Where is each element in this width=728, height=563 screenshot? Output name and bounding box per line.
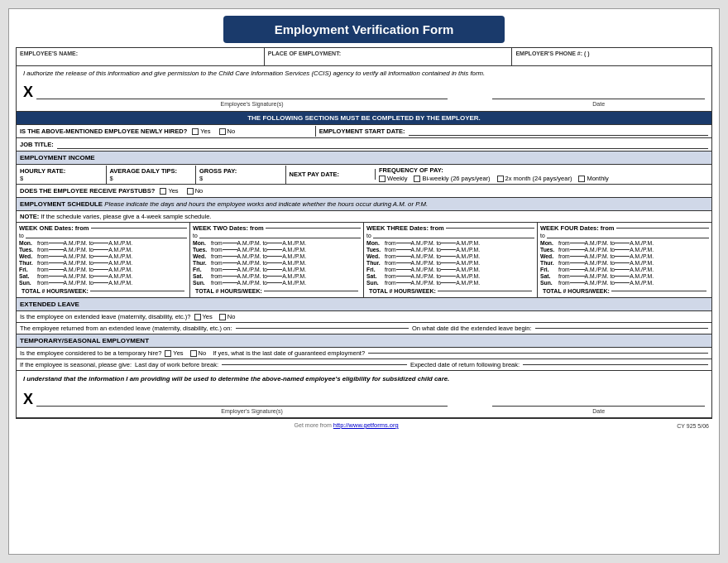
to-label-3: to: [366, 233, 371, 238]
next-pay-label: NEXT PAY DATE:: [290, 171, 372, 178]
total-hours-4: TOTAL # HOURS/WEEK:: [543, 288, 610, 294]
employee-name-label: EMPLOYEE'S NAME:: [20, 51, 78, 56]
total-hours-1: TOTAL # HOURS/WEEK:: [22, 288, 89, 294]
newly-hired-label: IS THE ABOVE-MENTIONED EMPLOYEE NEWLY HI…: [20, 128, 187, 135]
hourly-rate-cell: HOURLY RATE: $: [17, 166, 107, 184]
emp-schedule-subheader: Please indicate the days and hours the e…: [104, 200, 428, 208]
date-label-2: Date: [592, 408, 605, 414]
ext-no-checkbox[interactable]: [219, 314, 226, 320]
employer-sig-x: X: [23, 391, 33, 408]
emp-schedule-header: EMPLOYMENT SCHEDULE Please indicate the …: [17, 198, 711, 211]
employer-phone-label: EMPLOYER'S PHONE #: ( ): [515, 51, 589, 56]
yes-checkbox[interactable]: [192, 128, 199, 135]
paystubs-no-label: No: [195, 187, 204, 195]
extended-leave-header: EXTENDED LEAVE: [17, 297, 711, 311]
paystubs-yes-label: Yes: [168, 187, 178, 195]
place-of-employment-label: PLACE OF EMPLOYMENT:: [268, 51, 341, 56]
paystubs-yes[interactable]: [160, 188, 166, 195]
hourly-rate-label: HOURLY RATE:: [20, 167, 103, 175]
week-three-label: WEEK THREE: [366, 224, 408, 232]
expected-return-label: Expected date of return following break:: [410, 361, 520, 368]
ext-yes-checkbox[interactable]: [194, 314, 201, 320]
last-day-label: Last day of work before break:: [135, 361, 218, 368]
week-one-col: WEEK ONE Dates: from to Mon. from A.M./P…: [17, 223, 190, 297]
newly-hired-cell: IS THE ABOVE-MENTIONED EMPLOYEE NEWLY HI…: [17, 126, 316, 137]
biweekly-checkbox[interactable]: [414, 176, 420, 182]
week-four-col: WEEK FOUR Dates: from to Mon. from A.M./…: [538, 223, 711, 297]
extended-leave-q2-row: The employee returned from an extended l…: [17, 323, 711, 334]
extended-leave-q1-row: Is the employee on extended leave (mater…: [17, 311, 711, 323]
auth-text: I authorize the release of this informat…: [23, 70, 705, 77]
twice-month-label: 2x month (24 pays/year): [505, 175, 572, 182]
avg-tips-label: AVERAGE DAILY TIPS:: [110, 167, 193, 175]
week-four-label: WEEK FOUR: [540, 224, 578, 232]
employee-sig-x: X: [23, 84, 33, 101]
employer-section-header: THE FOLLOWING SECTIONS MUST BE COMPLETED…: [17, 112, 711, 125]
temp-q1-row: Is the employee considered to be a tempo…: [17, 348, 711, 359]
weekly-label: Weekly: [387, 175, 407, 182]
temp-yes-label: Yes: [173, 349, 183, 357]
schedule-note-row: NOTE: If the schedule varies, please giv…: [17, 211, 711, 223]
no-checkbox[interactable]: [219, 128, 226, 135]
yes-option: Yes: [192, 128, 210, 135]
emp-schedule-title: EMPLOYMENT SCHEDULE: [20, 200, 103, 208]
monthly-checkbox[interactable]: [578, 176, 585, 182]
total-hours-2: TOTAL # HOURS/WEEK:: [195, 288, 262, 294]
seasonal-row: If the employee is seasonal, please give…: [17, 359, 711, 371]
avg-tips-val: $: [110, 175, 193, 182]
freq-pay-cell: FREQUENCY OF PAY: Weekly Bi-weekly (26 p…: [376, 165, 711, 184]
week-two-col: WEEK TWO Dates: from to Mon. from A.M./P…: [190, 223, 364, 297]
place-of-employment-cell: PLACE OF EMPLOYMENT:: [265, 48, 513, 65]
to-label-2: to: [193, 233, 198, 238]
twice-month-checkbox[interactable]: [497, 176, 504, 182]
seasonal-label: If the employee is seasonal, please give…: [20, 361, 132, 368]
week-three-col: WEEK THREE Dates: from to Mon. from A.M.…: [364, 223, 538, 297]
ext-yes-label: Yes: [203, 313, 213, 320]
emp-start-date-label: EMPLOYMENT START DATE:: [319, 128, 405, 135]
temp-seasonal-header: TEMPORARY/SEASONAL EMPLOYMENT: [17, 334, 711, 348]
employer-understand-text: I understand that the information I am p…: [23, 375, 449, 383]
extended-leave-q1-text: Is the employee on extended leave (mater…: [20, 313, 191, 320]
gross-pay-val: $: [199, 175, 282, 182]
footer-text: Get more from: [295, 422, 332, 428]
yes-label: Yes: [200, 128, 210, 135]
date-label-1: Date: [592, 101, 605, 107]
next-pay-cell: NEXT PAY DATE:: [286, 169, 376, 180]
emp-income-header: EMPLOYMENT INCOME: [17, 152, 711, 165]
employer-phone-cell: EMPLOYER'S PHONE #: ( ): [512, 48, 711, 65]
temp-q2-text: If yes, what is the last date of guarant…: [213, 349, 365, 357]
dates-from-2: Dates: from: [229, 224, 264, 232]
no-option: No: [219, 128, 236, 135]
emp-start-date-cell: EMPLOYMENT START DATE:: [316, 126, 711, 137]
footer-link[interactable]: http://www.getforms.org: [333, 421, 399, 429]
week-one-label: WEEK ONE: [19, 224, 53, 232]
temp-yes-checkbox[interactable]: [165, 350, 171, 357]
dates-from-4: Dates: from: [580, 224, 615, 232]
auth-section: I authorize the release of this informat…: [17, 66, 711, 112]
no-label: No: [228, 128, 236, 135]
gross-pay-label: GROSS PAY:: [199, 167, 282, 175]
extended-leave-q2-text: The employee returned from an extended l…: [20, 325, 232, 332]
total-hours-3: TOTAL # HOURS/WEEK:: [369, 288, 436, 294]
biweekly-label: Bi-weekly (26 pays/year): [422, 175, 490, 182]
extended-leave-q3-text: On what date did the extended leave begi…: [412, 325, 532, 332]
avg-tips-cell: AVERAGE DAILY TIPS: $: [107, 166, 197, 184]
ext-no-label: No: [228, 313, 236, 320]
gross-pay-cell: GROSS PAY: $: [196, 166, 286, 184]
to-label-1: to: [19, 233, 24, 238]
paystubs-no[interactable]: [187, 188, 194, 195]
schedule-note: If the schedule varies, please give a 4-…: [41, 213, 211, 220]
schedule-note-bold: NOTE:: [20, 213, 39, 220]
dates-from-3: Dates: from: [410, 224, 444, 232]
dates-from-1: Dates: from: [55, 224, 89, 232]
employer-understand-section: I understand that the information I am p…: [17, 371, 711, 418]
temp-q1-text: Is the employee considered to be a tempo…: [20, 349, 161, 357]
paystubs-label: DOES THE EMPLOYEE RECEIVE PAYSTUBS?: [20, 187, 155, 195]
weekly-checkbox[interactable]: [379, 176, 386, 182]
freq-pay-label: FREQUENCY OF PAY:: [379, 166, 708, 174]
to-label-4: to: [540, 233, 545, 238]
employer-sig-label: Employer's Signature(s): [221, 408, 282, 414]
employee-name-cell: EMPLOYEE'S NAME:: [17, 48, 265, 65]
form-number: CY 925 5/06: [677, 423, 712, 429]
temp-no-checkbox[interactable]: [190, 350, 197, 357]
